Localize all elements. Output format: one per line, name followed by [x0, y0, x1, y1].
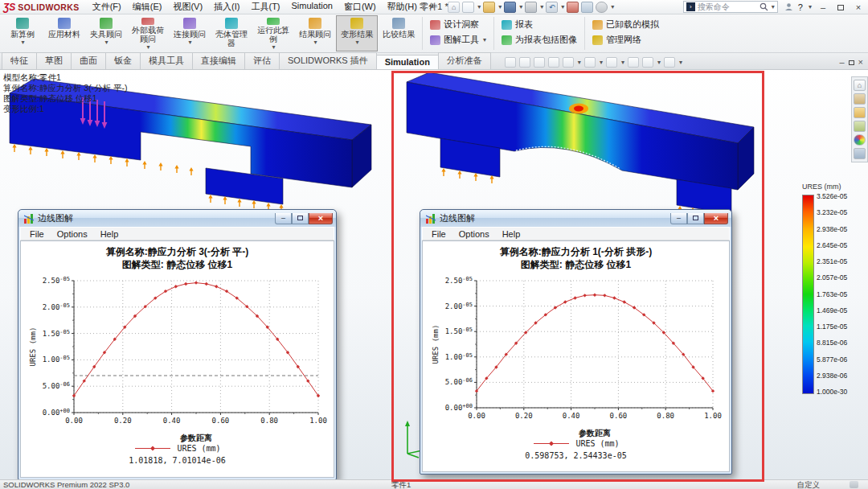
ribbon-button-caret[interactable]: ▾	[104, 39, 108, 46]
ribbon-side-button-0[interactable]: 设计洞察	[430, 18, 486, 31]
menu-item-0[interactable]: 文件(F)	[88, 0, 126, 14]
pin-icon[interactable]: ✈	[426, 2, 436, 13]
ribbon-button-caret[interactable]: ▾	[146, 43, 149, 51]
view-orientation-icon[interactable]	[563, 57, 574, 68]
edit-appearance-icon[interactable]	[628, 57, 639, 68]
tab-特征[interactable]: 特征	[2, 52, 37, 69]
apply-scene-icon[interactable]	[642, 57, 653, 68]
doc-minimize-icon[interactable]: –	[839, 57, 844, 67]
home-tab-icon[interactable]: ⌂	[854, 80, 866, 91]
save-caret[interactable]: ▾	[519, 3, 522, 10]
menu-item-2[interactable]: 视图(V)	[168, 0, 207, 14]
zoom-fit-icon[interactable]	[505, 57, 516, 68]
search-caret[interactable]: ▾	[772, 3, 775, 10]
dialog-titlebar[interactable]: 边线图解 – ×	[420, 210, 731, 227]
dialog-minimize-button[interactable]: –	[275, 213, 292, 224]
ribbon-side-caret[interactable]: ▾	[483, 36, 486, 43]
help-caret[interactable]: ▾	[809, 3, 812, 10]
menu-item-5[interactable]: Simulation	[287, 0, 338, 14]
ribbon-button-9[interactable]: 比较结果	[378, 15, 420, 51]
file-explorer-icon[interactable]	[854, 107, 866, 118]
rebuild-icon[interactable]	[567, 2, 579, 13]
menu-item-6[interactable]: 窗口(W)	[339, 0, 381, 14]
print-icon[interactable]	[525, 2, 537, 13]
dialog-maximize-button[interactable]	[292, 213, 309, 224]
search-icon[interactable]	[760, 2, 768, 11]
tab-模具工具[interactable]: 模具工具	[140, 52, 193, 69]
tab-评估[interactable]: 评估	[244, 52, 280, 69]
ribbon-side-button-1[interactable]: 图解工具▾	[430, 34, 486, 46]
view-settings-icon[interactable]	[664, 57, 675, 68]
undo-caret[interactable]: ▾	[561, 3, 564, 10]
tab-Simulation[interactable]: Simulation	[376, 55, 439, 69]
menu-item-1[interactable]: 编辑(E)	[128, 0, 167, 14]
menu-item-7[interactable]: 帮助(H)	[383, 0, 422, 14]
dialog-menu-help[interactable]: Help	[497, 228, 526, 240]
dialog-menu-file[interactable]: File	[426, 228, 452, 240]
ribbon-button-5[interactable]: 壳体管理器	[211, 15, 252, 51]
search-input[interactable]: 搜索命令	[698, 2, 757, 13]
ribbon-side-button-2[interactable]: 报表	[502, 18, 577, 31]
appearances-scenes-icon[interactable]	[854, 134, 866, 146]
help-button[interactable]: ?	[798, 2, 803, 12]
dialog-menu-options[interactable]: Options	[51, 228, 93, 240]
ribbon-button-7[interactable]: 结果顾问▾	[294, 15, 336, 51]
save-icon[interactable]	[504, 2, 516, 13]
open-icon[interactable]	[483, 2, 495, 13]
tab-曲面[interactable]: 曲面	[71, 52, 106, 69]
new-document-caret[interactable]: ▾	[477, 3, 481, 10]
edge-plot-window-flat[interactable]: 边线图解 – × FileOptionsHelp 算例名称:静应力分析 3(-分…	[18, 209, 337, 480]
fea-model-arch-beam[interactable]	[394, 71, 755, 220]
restore-window-button[interactable]	[834, 2, 847, 12]
design-library-icon[interactable]	[854, 93, 866, 105]
ribbon-button-3[interactable]: 外部载荷顾问▾	[127, 15, 169, 51]
undo-icon[interactable]: ↶	[546, 2, 558, 13]
minimize-window-button[interactable]: –	[817, 2, 829, 12]
ribbon-button-caret[interactable]: ▾	[355, 39, 358, 46]
ribbon-button-0[interactable]: 新算例▾	[2, 15, 43, 51]
doc-close-icon[interactable]: ×	[858, 57, 863, 67]
zoom-area-icon[interactable]	[519, 57, 530, 68]
new-document-icon[interactable]	[462, 2, 474, 13]
dialog-maximize-button[interactable]	[687, 213, 704, 224]
section-view-icon[interactable]	[548, 57, 559, 68]
hide-show-items-icon[interactable]	[606, 57, 617, 68]
tab-草图[interactable]: 草图	[36, 52, 72, 69]
file-properties-icon[interactable]	[581, 2, 593, 13]
home-icon[interactable]: ⌂	[448, 2, 460, 13]
dialog-close-button[interactable]: ×	[309, 213, 333, 224]
dialog-titlebar[interactable]: 边线图解 – ×	[18, 210, 336, 227]
display-style-icon[interactable]	[584, 57, 596, 68]
ribbon-button-1[interactable]: 应用材料	[43, 15, 85, 51]
menu-item-3[interactable]: 插入(I)	[209, 0, 244, 14]
ribbon-button-4[interactable]: 连接顾问▾	[169, 15, 211, 51]
options-gear-icon[interactable]	[596, 2, 608, 13]
ribbon-button-2[interactable]: 夹具顾问▾	[85, 15, 127, 51]
edge-plot-window-arch[interactable]: 边线图解 – × FileOptionsHelp 算例名称:静应力分析 1(-分…	[420, 209, 732, 475]
menu-item-4[interactable]: 工具(T)	[246, 0, 285, 14]
previous-view-icon[interactable]	[534, 57, 545, 68]
user-account-icon[interactable]	[784, 2, 793, 11]
options-caret[interactable]: ▾	[611, 3, 614, 10]
tab-直接编辑[interactable]: 直接编辑	[192, 52, 245, 69]
ribbon-button-caret[interactable]: ▾	[21, 39, 24, 46]
ribbon-side-button-5[interactable]: 管理网络	[592, 34, 659, 46]
view-palette-icon[interactable]	[854, 121, 866, 132]
ribbon-side-button-4[interactable]: 已卸载的模拟	[592, 18, 659, 31]
print-caret[interactable]: ▾	[540, 3, 543, 10]
ribbon-side-button-3[interactable]: 为报表包括图像	[502, 34, 577, 46]
ribbon-button-6[interactable]: 运行此算例▾	[252, 15, 294, 51]
dialog-minimize-button[interactable]: –	[670, 213, 687, 224]
custom-properties-icon[interactable]	[854, 148, 866, 159]
open-caret[interactable]: ▾	[498, 3, 502, 10]
tab-钣金[interactable]: 钣金	[105, 52, 141, 69]
search-box[interactable]: › 搜索命令 ▾	[683, 1, 778, 13]
statusbar-customize[interactable]: 自定义	[797, 480, 821, 489]
dialog-menu-file[interactable]: File	[24, 228, 50, 240]
tab-SOLIDWORKS 插件[interactable]: SOLIDWORKS 插件	[279, 52, 377, 69]
doc-restore-icon[interactable]	[849, 57, 854, 67]
ribbon-button-caret[interactable]: ▾	[272, 43, 275, 51]
statusbar-tag-icon[interactable]	[850, 481, 858, 488]
ribbon-button-caret[interactable]: ▾	[188, 39, 191, 46]
dialog-close-button[interactable]: ×	[704, 213, 728, 224]
